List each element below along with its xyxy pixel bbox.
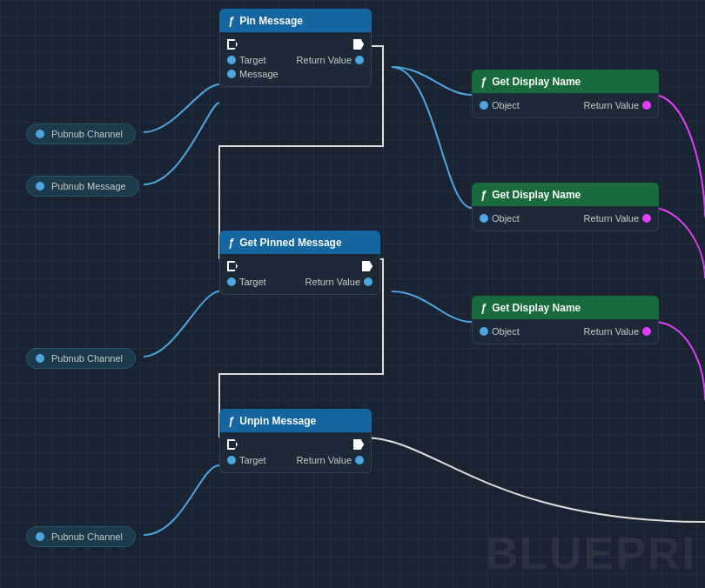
gdn3-title: Get Display Name — [492, 302, 581, 314]
exec-in-pin[interactable] — [227, 39, 238, 50]
gdn2-header: ƒ Get Display Name — [472, 183, 659, 206]
gpm-return-label: Return Value — [306, 277, 360, 287]
gpm-title: Get Pinned Message — [239, 237, 341, 249]
gpm-target-pin[interactable] — [227, 277, 236, 286]
gdn3-pins: Object Return Value — [473, 324, 658, 338]
unpin-exec-out[interactable] — [353, 439, 364, 450]
func-icon: ƒ — [228, 236, 234, 249]
exec-out-pin[interactable] — [353, 39, 364, 50]
gdn2-object-row: Object — [473, 211, 527, 225]
gdn1-return-pin[interactable] — [642, 101, 651, 110]
gdn1-object-row: Object — [473, 98, 527, 112]
unpin-target-label: Target — [239, 455, 266, 465]
func-icon: ƒ — [480, 301, 487, 314]
gdn3-return-label: Return Value — [584, 326, 639, 337]
target-pin-row: Target — [220, 53, 285, 67]
gpm-exec-row — [220, 259, 379, 273]
gdn2-return-row: Return Value — [577, 211, 658, 225]
gdn3-return-pin[interactable] — [642, 327, 651, 336]
gdn3-body: Object Return Value — [472, 319, 659, 344]
message-pin[interactable] — [227, 70, 236, 78]
gdn1-left-pins: Object — [473, 98, 527, 112]
gdn1-title: Get Display Name — [492, 76, 581, 88]
gdn2-right-pins: Return Value — [577, 211, 658, 225]
gdn2-body: Object Return Value — [472, 206, 659, 231]
gdn3-left-pins: Object — [473, 324, 527, 338]
pubnub-channel-3-node[interactable]: Pubnub Channel — [26, 526, 136, 547]
target-label: Target — [239, 55, 266, 65]
gpm-pins: Target Return Value — [220, 275, 379, 289]
exec-row — [220, 37, 371, 51]
unpin-pins: Target Return Value — [220, 453, 371, 467]
unpin-body: Target Return Value — [219, 432, 372, 473]
unpin-left-pins: Target — [220, 453, 273, 467]
func-icon: ƒ — [480, 75, 487, 88]
gdn1-pins: Object Return Value — [473, 98, 658, 112]
gdn2-return-pin[interactable] — [642, 214, 651, 223]
func-icon: ƒ — [480, 188, 487, 201]
right-pins: Return Value — [290, 53, 371, 81]
pubnub-message-node[interactable]: Pubnub Message — [26, 176, 139, 197]
pubnub-channel-2-node[interactable]: Pubnub Channel — [26, 348, 136, 369]
pubnub-channel-1-label: Pubnub Channel — [51, 129, 123, 139]
func-icon: ƒ — [228, 14, 234, 27]
gdn2-title: Get Display Name — [492, 189, 581, 201]
get-display-name-3-node: ƒ Get Display Name Object Return Value — [472, 296, 659, 344]
gdn1-header: ƒ Get Display Name — [472, 70, 659, 93]
get-display-name-2-node: ƒ Get Display Name Object Return Value — [472, 183, 659, 231]
gpm-header: ƒ Get Pinned Message — [219, 231, 380, 254]
unpin-return-pin[interactable] — [355, 456, 364, 464]
gpm-return-pin[interactable] — [364, 277, 373, 286]
gpm-exec-in[interactable] — [227, 261, 238, 271]
return-pin-row: Return Value — [290, 53, 371, 67]
gpm-left-pins: Target — [220, 275, 273, 289]
gdn1-object-label: Object — [492, 100, 520, 110]
unpin-return-row: Return Value — [290, 453, 371, 467]
gdn1-object-pin[interactable] — [480, 101, 488, 110]
pubnub-channel-1-node[interactable]: Pubnub Channel — [26, 124, 136, 144]
pubnub-channel-3-pin[interactable] — [36, 532, 44, 541]
pubnub-message-label: Pubnub Message — [51, 181, 126, 191]
pubnub-channel-1-pin[interactable] — [36, 130, 44, 138]
target-pin[interactable] — [227, 56, 236, 64]
get-pinned-message-node: ƒ Get Pinned Message Target Return Value — [219, 231, 380, 295]
gdn2-object-label: Object — [492, 213, 520, 224]
gdn3-header: ƒ Get Display Name — [472, 296, 659, 319]
pubnub-channel-2-pin[interactable] — [36, 354, 44, 363]
gdn1-right-pins: Return Value — [577, 98, 658, 112]
func-icon: ƒ — [228, 414, 234, 427]
gdn2-return-label: Return Value — [584, 213, 639, 224]
gdn1-return-label: Return Value — [584, 100, 639, 110]
unpin-exec-in[interactable] — [227, 439, 238, 450]
gpm-body: Target Return Value — [219, 254, 380, 295]
gdn1-body: Object Return Value — [472, 93, 659, 118]
unpin-target-pin[interactable] — [227, 456, 236, 464]
return-pin[interactable] — [355, 56, 364, 64]
gdn3-object-pin[interactable] — [480, 327, 488, 336]
message-label: Message — [239, 69, 279, 79]
gdn2-object-pin[interactable] — [480, 214, 488, 223]
pubnub-channel-3-label: Pubnub Channel — [51, 531, 123, 542]
gdn2-pins: Object Return Value — [473, 211, 658, 225]
unpin-title: Unpin Message — [239, 415, 316, 427]
gpm-target-row: Target — [220, 275, 273, 289]
gpm-exec-out[interactable] — [362, 261, 373, 271]
gpm-return-row: Return Value — [299, 275, 379, 289]
gdn3-object-row: Object — [473, 324, 527, 338]
gpm-target-label: Target — [239, 277, 266, 287]
gdn2-left-pins: Object — [473, 211, 527, 225]
gdn3-right-pins: Return Value — [577, 324, 658, 338]
return-label: Return Value — [297, 55, 352, 65]
blueprint-watermark: BLUEPRI — [486, 527, 696, 579]
unpin-message-node: ƒ Unpin Message Target Return Value — [219, 409, 372, 473]
pubnub-message-pin[interactable] — [36, 182, 44, 190]
left-pins: Target Message — [220, 53, 285, 81]
gdn3-object-label: Object — [492, 326, 520, 337]
unpin-header: ƒ Unpin Message — [219, 409, 372, 432]
pins-container: Target Message Return Value — [220, 53, 371, 81]
unpin-return-label: Return Value — [297, 455, 352, 465]
pin-message-node: ƒ Pin Message Target Message Return Valu… — [219, 9, 372, 87]
pin-message-body: Target Message Return Value — [219, 32, 372, 87]
pin-message-title: Pin Message — [239, 15, 303, 27]
pin-message-header: ƒ Pin Message — [219, 9, 372, 32]
